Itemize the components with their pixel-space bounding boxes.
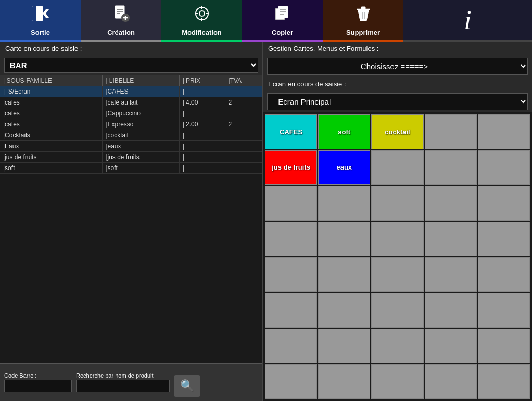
svg-rect-23 — [361, 7, 365, 10]
cell-sous-famille: |Eaux — [0, 141, 103, 152]
creation-label: Création — [107, 29, 135, 36]
grid-cell[interactable] — [425, 293, 477, 328]
table-row[interactable]: |cafes |Expresso | 2.00 2 — [0, 119, 262, 130]
col-tva: |TVA — [225, 75, 262, 86]
grid-cell[interactable] — [318, 257, 370, 292]
prodname-input[interactable] — [76, 380, 170, 392]
grid-cell[interactable] — [318, 222, 370, 256]
prodname-label: Recherche par nom de produit — [76, 372, 170, 379]
grid-cell[interactable] — [478, 150, 530, 185]
sortie-button[interactable]: Sortie — [0, 0, 81, 42]
barcode-input[interactable] — [4, 380, 72, 392]
grid-cell[interactable] — [478, 364, 530, 399]
cell-tva — [225, 108, 262, 119]
grid-cell[interactable] — [478, 222, 530, 256]
svg-rect-1 — [32, 6, 36, 21]
cell-tva — [225, 130, 262, 141]
grid-cell[interactable] — [425, 114, 477, 149]
creation-icon — [112, 4, 131, 27]
grid-cell[interactable]: soft — [318, 114, 370, 149]
data-table: | SOUS-FAMILLE | LIBELLE | PRIX |TVA |_S… — [0, 75, 262, 174]
cell-prix: | — [179, 86, 225, 97]
ecran-select-row: _Ecran Principal — [263, 91, 532, 112]
grid-cell[interactable] — [478, 257, 530, 292]
search-button[interactable]: 🔍 — [174, 375, 200, 397]
cell-libelle: |jus de fruits — [103, 152, 179, 163]
grid-cell[interactable] — [318, 364, 370, 399]
cell-sous-famille: |cafes — [0, 119, 103, 130]
grid-cell[interactable] — [318, 293, 370, 328]
grid-cell[interactable] — [478, 114, 530, 149]
grid-cell[interactable] — [265, 329, 317, 364]
grid-cell[interactable] — [371, 364, 423, 399]
grid-cell[interactable] — [265, 222, 317, 256]
grid-cell[interactable]: cocktail — [371, 114, 423, 149]
table-row[interactable]: |cafes |Cappuccino | — [0, 108, 262, 119]
barcode-label: Code Barre : — [4, 372, 72, 379]
grid-cell[interactable] — [425, 222, 477, 256]
table-row[interactable]: |soft |soft | — [0, 163, 262, 174]
cell-prix: | — [179, 163, 225, 174]
grid-cell[interactable]: jus de fruits — [265, 150, 317, 185]
choisissez-select[interactable]: Choisissez =====> — [267, 58, 528, 75]
creation-button[interactable]: Création — [81, 0, 161, 42]
grid-cell[interactable] — [425, 257, 477, 292]
bottom-search: Code Barre : Recherche par nom de produi… — [0, 363, 262, 401]
sortie-label: Sortie — [31, 29, 50, 36]
grid-cell[interactable] — [371, 293, 423, 328]
carte-label: Carte en cours de saisie : — [0, 42, 262, 56]
grid-cell[interactable] — [318, 186, 370, 221]
table-row[interactable]: |Eaux |eaux | — [0, 141, 262, 152]
grid-cell[interactable] — [425, 329, 477, 364]
btn-grid: CAFESsoftcocktailjus de fruitseaux — [263, 112, 532, 401]
grid-cell[interactable] — [478, 293, 530, 328]
grid-cell[interactable] — [425, 186, 477, 221]
grid-cell[interactable] — [265, 257, 317, 292]
table-row[interactable]: |Cocktails |cocktail | — [0, 130, 262, 141]
table-row[interactable]: |jus de fruits |jus de fruits | — [0, 152, 262, 163]
carte-select[interactable]: BAR — [4, 58, 258, 73]
grid-cell[interactable] — [425, 364, 477, 399]
supprimer-button[interactable]: Supprimer — [323, 0, 403, 42]
grid-cell[interactable] — [371, 329, 423, 364]
grid-cell[interactable] — [371, 222, 423, 256]
cell-prix: | 4.00 — [179, 97, 225, 108]
left-panel: Carte en cours de saisie : BAR | SOUS-FA… — [0, 42, 263, 401]
grid-cell[interactable] — [425, 150, 477, 185]
col-prix: | PRIX — [179, 75, 225, 86]
cell-prix: | — [179, 141, 225, 152]
grid-cell[interactable] — [265, 364, 317, 399]
grid-cell[interactable] — [265, 186, 317, 221]
barcode-group: Code Barre : — [4, 372, 72, 392]
svg-point-11 — [199, 11, 205, 16]
modification-label: Modification — [182, 29, 222, 36]
grid-cell[interactable] — [318, 329, 370, 364]
copier-icon — [273, 4, 292, 27]
grid-cell[interactable] — [371, 150, 423, 185]
grid-cell[interactable] — [371, 257, 423, 292]
table-row[interactable]: |_S/Ecran |CAFES | — [0, 86, 262, 97]
toolbar: Sortie Création — [0, 0, 532, 42]
prodname-group: Recherche par nom de produit — [76, 372, 170, 392]
modification-button[interactable]: Modification — [161, 0, 242, 42]
table-body: |_S/Ecran |CAFES | |cafes |café au lait … — [0, 86, 262, 174]
grid-cell[interactable]: eaux — [318, 150, 370, 185]
cell-libelle: |cocktail — [103, 130, 179, 141]
grid-cell[interactable] — [478, 329, 530, 364]
grid-cell[interactable] — [371, 186, 423, 221]
info-button[interactable]: i — [403, 0, 532, 42]
ecran-label: Ecran en cours de saisie : — [263, 77, 532, 91]
grid-cell[interactable] — [478, 186, 530, 221]
copier-button[interactable]: Copier — [242, 0, 323, 42]
ecran-select[interactable]: _Ecran Principal — [267, 93, 528, 110]
grid-cell[interactable] — [265, 293, 317, 328]
modification-icon — [193, 4, 211, 27]
copier-label: Copier — [272, 29, 293, 36]
right-panel: Gestion Cartes, Menus et Formules : Choi… — [263, 42, 532, 401]
cell-libelle: |soft — [103, 163, 179, 174]
cell-libelle: |Expresso — [103, 119, 179, 130]
grid-cell[interactable]: CAFES — [265, 114, 317, 149]
table-row[interactable]: |cafes |café au lait | 4.00 2 — [0, 97, 262, 108]
col-sous-famille: | SOUS-FAMILLE — [0, 75, 103, 86]
search-icon: 🔍 — [180, 379, 194, 392]
